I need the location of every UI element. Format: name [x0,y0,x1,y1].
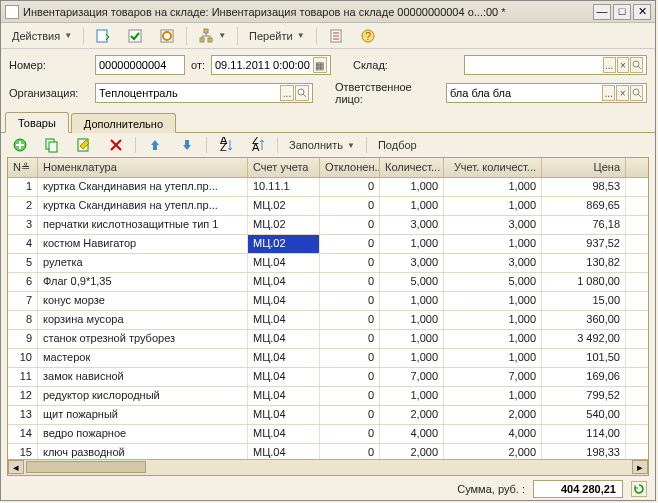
cell-price[interactable]: 869,65 [542,197,626,215]
cell-price[interactable]: 3 492,00 [542,330,626,348]
cell-quantity[interactable]: 2,000 [380,444,444,459]
cell-nomenclature[interactable]: перчатки кислотнозащитные тип 1 [38,216,248,234]
cell-quantity[interactable]: 3,000 [380,216,444,234]
cell-index[interactable]: 2 [8,197,38,215]
cell-acc-quantity[interactable]: 1,000 [444,178,542,196]
cell-account[interactable]: МЦ.02 [248,235,320,253]
cell-price[interactable]: 169,06 [542,368,626,386]
cell-deviation[interactable]: 0 [320,216,380,234]
cell-price[interactable]: 540,00 [542,406,626,424]
cell-deviation[interactable]: 0 [320,235,380,253]
cell-account[interactable]: МЦ.02 [248,216,320,234]
cell-account[interactable]: МЦ.04 [248,273,320,291]
cell-account[interactable]: МЦ.04 [248,254,320,272]
report-button[interactable] [321,26,351,46]
cell-price[interactable]: 799,52 [542,387,626,405]
cell-quantity[interactable]: 1,000 [380,197,444,215]
cell-quantity[interactable]: 1,000 [380,178,444,196]
cell-nomenclature[interactable]: станок отрезной труборез [38,330,248,348]
select-icon[interactable]: ... [603,57,616,73]
minimize-button[interactable]: — [593,4,611,20]
cell-acc-quantity[interactable]: 5,000 [444,273,542,291]
cell-account[interactable]: МЦ.04 [248,387,320,405]
table-row[interactable]: 7конус морзеМЦ.0401,0001,00015,00 [8,292,648,311]
cell-acc-quantity[interactable]: 1,000 [444,311,542,329]
table-row[interactable]: 4костюм НавигаторМЦ.0201,0001,000937,52 [8,235,648,254]
cell-price[interactable]: 101,50 [542,349,626,367]
close-button[interactable]: ✕ [633,4,651,20]
cell-price[interactable]: 1 080,00 [542,273,626,291]
move-down-button[interactable] [172,135,202,155]
col-account[interactable]: Счет учета [248,158,320,177]
help-button[interactable]: ? [353,26,383,46]
table-row[interactable]: 1куртка Скандинавия на утепл.пр...10.11.… [8,178,648,197]
cell-acc-quantity[interactable]: 2,000 [444,406,542,424]
table-row[interactable]: 10мастерокМЦ.0401,0001,000101,50 [8,349,648,368]
cell-account[interactable]: МЦ.04 [248,292,320,310]
cell-quantity[interactable]: 1,000 [380,349,444,367]
cell-price[interactable]: 76,18 [542,216,626,234]
cell-nomenclature[interactable]: редуктор кислородный [38,387,248,405]
table-row[interactable]: 3перчатки кислотнозащитные тип 1МЦ.0203,… [8,216,648,235]
create-from-button[interactable] [88,26,118,46]
cell-nomenclature[interactable]: замок нависной [38,368,248,386]
edit-row-button[interactable] [69,135,99,155]
cell-index[interactable]: 3 [8,216,38,234]
cell-nomenclature[interactable]: мастерок [38,349,248,367]
cell-deviation[interactable]: 0 [320,387,380,405]
cell-index[interactable]: 5 [8,254,38,272]
cell-quantity[interactable]: 7,000 [380,368,444,386]
org-input[interactable] [99,87,279,99]
cell-nomenclature[interactable]: ключ разводной [38,444,248,459]
cell-price[interactable]: 360,00 [542,311,626,329]
cell-acc-quantity[interactable]: 1,000 [444,349,542,367]
cell-deviation[interactable]: 0 [320,178,380,196]
cell-quantity[interactable]: 1,000 [380,311,444,329]
cell-account[interactable]: МЦ.04 [248,311,320,329]
cell-acc-quantity[interactable]: 4,000 [444,425,542,443]
cell-deviation[interactable]: 0 [320,368,380,386]
cell-account[interactable]: МЦ.04 [248,330,320,348]
cell-nomenclature[interactable]: рулетка [38,254,248,272]
cell-acc-quantity[interactable]: 1,000 [444,387,542,405]
select-icon[interactable]: ... [602,85,615,101]
cell-index[interactable]: 8 [8,311,38,329]
cell-acc-quantity[interactable]: 1,000 [444,197,542,215]
cell-acc-quantity[interactable]: 1,000 [444,235,542,253]
cell-deviation[interactable]: 0 [320,444,380,459]
refresh-sum-icon[interactable] [631,481,647,497]
cell-acc-quantity[interactable]: 7,000 [444,368,542,386]
move-up-button[interactable] [140,135,170,155]
cell-deviation[interactable]: 0 [320,349,380,367]
cell-index[interactable]: 9 [8,330,38,348]
cell-quantity[interactable]: 1,000 [380,387,444,405]
repost-button[interactable] [152,26,182,46]
cell-account[interactable]: МЦ.04 [248,425,320,443]
table-row[interactable]: 6Флаг 0,9*1,35МЦ.0405,0005,0001 080,00 [8,273,648,292]
cell-price[interactable]: 114,00 [542,425,626,443]
tab-goods[interactable]: Товары [5,112,69,133]
structure-button[interactable]: ▼ [191,26,233,46]
cell-account[interactable]: МЦ.04 [248,406,320,424]
search-icon[interactable] [630,85,643,101]
cell-account[interactable]: МЦ.04 [248,349,320,367]
cell-deviation[interactable]: 0 [320,425,380,443]
cell-nomenclature[interactable]: корзина мусора [38,311,248,329]
cell-account[interactable]: 10.11.1 [248,178,320,196]
date-input[interactable] [215,59,312,71]
cell-quantity[interactable]: 1,000 [380,292,444,310]
col-acc-quantity[interactable]: Учет. количест... [444,158,542,177]
scroll-right-icon[interactable]: ▸ [632,460,648,474]
cell-nomenclature[interactable]: костюм Навигатор [38,235,248,253]
post-button[interactable] [120,26,150,46]
maximize-button[interactable]: □ [613,4,631,20]
cell-quantity[interactable]: 3,000 [380,254,444,272]
cell-price[interactable]: 98,53 [542,178,626,196]
table-row[interactable]: 11замок нависнойМЦ.0407,0007,000169,06 [8,368,648,387]
cell-quantity[interactable]: 2,000 [380,406,444,424]
tab-extra[interactable]: Дополнительно [71,113,176,133]
cell-deviation[interactable]: 0 [320,311,380,329]
cell-price[interactable]: 130,82 [542,254,626,272]
cell-acc-quantity[interactable]: 1,000 [444,330,542,348]
table-row[interactable]: 13щит пожарныйМЦ.0402,0002,000540,00 [8,406,648,425]
